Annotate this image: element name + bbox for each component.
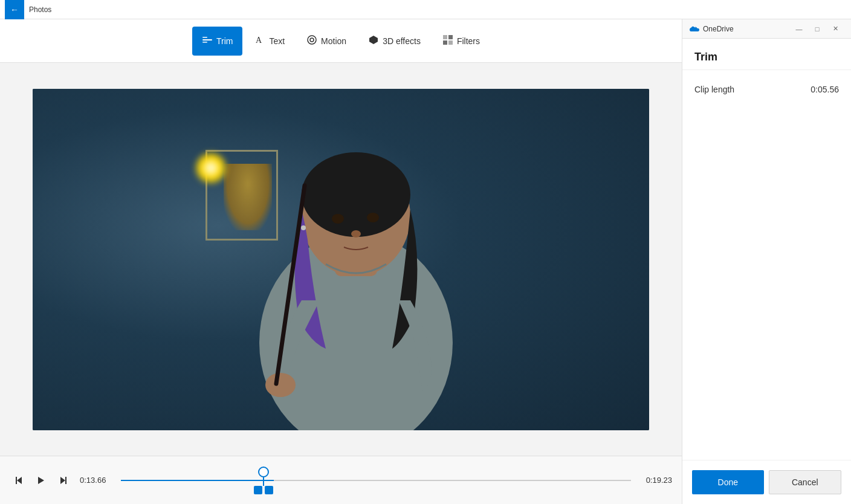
panel-body: Clip length 0:05.56 bbox=[682, 70, 851, 460]
svg-point-18 bbox=[301, 225, 306, 230]
video-container bbox=[0, 63, 682, 456]
svg-point-15 bbox=[332, 214, 344, 224]
right-panel: OneDrive — □ ✕ Trim Clip length 0:05.56 … bbox=[682, 19, 851, 504]
clip-length-value: 0:05.56 bbox=[811, 85, 839, 94]
panel-title: Trim bbox=[682, 39, 851, 70]
video-frame bbox=[33, 89, 649, 430]
window-controls: — □ ✕ bbox=[791, 21, 844, 37]
track-filled bbox=[121, 480, 274, 481]
svg-rect-8 bbox=[448, 35, 453, 39]
svg-rect-9 bbox=[443, 40, 447, 45]
toolbar: Trim A Text Motion bbox=[0, 19, 682, 63]
motion-label: Motion bbox=[321, 36, 346, 46]
timeline-area: 0:13.66 0:19.23 bbox=[0, 456, 682, 504]
person-svg bbox=[205, 89, 507, 430]
title-bar: ← Photos bbox=[0, 0, 851, 19]
svg-rect-22 bbox=[16, 477, 17, 484]
text-icon: A bbox=[254, 34, 265, 48]
svg-rect-1 bbox=[202, 37, 207, 38]
filters-tab[interactable]: Filters bbox=[433, 27, 490, 56]
svg-point-14 bbox=[302, 152, 410, 237]
svg-rect-0 bbox=[202, 39, 212, 40]
clip-length-label: Clip length bbox=[694, 85, 734, 94]
trim-icon bbox=[202, 34, 213, 48]
onedrive-label: OneDrive bbox=[703, 25, 734, 33]
current-time: 0:13.66 bbox=[80, 476, 114, 485]
done-button[interactable]: Done bbox=[692, 470, 764, 494]
trim-label: Trim bbox=[216, 36, 233, 46]
svg-rect-7 bbox=[443, 35, 447, 39]
step-forward-button[interactable] bbox=[53, 471, 73, 490]
back-icon: ← bbox=[10, 5, 19, 15]
trim-square-right bbox=[265, 486, 273, 494]
step-back-button[interactable] bbox=[10, 471, 29, 490]
svg-point-17 bbox=[351, 230, 361, 237]
onedrive-bar: OneDrive — □ ✕ bbox=[682, 19, 851, 39]
svg-rect-2 bbox=[202, 42, 207, 43]
close-button[interactable]: ✕ bbox=[827, 21, 844, 37]
editor-area: Trim A Text Motion bbox=[0, 19, 682, 504]
trim-circle bbox=[258, 467, 269, 477]
playback-controls bbox=[10, 471, 73, 490]
svg-marker-6 bbox=[369, 36, 378, 44]
filters-icon bbox=[442, 34, 453, 48]
3deffects-label: 3D effects bbox=[383, 36, 421, 46]
svg-marker-21 bbox=[17, 477, 22, 484]
svg-point-4 bbox=[308, 36, 316, 44]
end-time: 0:19.23 bbox=[638, 476, 672, 485]
trim-stem bbox=[263, 477, 264, 486]
clip-info-row: Clip length 0:05.56 bbox=[694, 80, 839, 99]
text-label: Text bbox=[269, 36, 285, 46]
svg-point-19 bbox=[265, 373, 296, 397]
main-content: Trim A Text Motion bbox=[0, 19, 851, 504]
trim-base bbox=[254, 486, 273, 494]
trim-tab[interactable]: Trim bbox=[192, 27, 242, 56]
3deffects-tab[interactable]: 3D effects bbox=[358, 27, 430, 56]
svg-marker-23 bbox=[38, 477, 44, 484]
text-tab[interactable]: A Text bbox=[245, 27, 294, 56]
onedrive-icon bbox=[690, 24, 699, 34]
motion-icon bbox=[306, 34, 317, 48]
motion-tab[interactable]: Motion bbox=[297, 27, 356, 56]
svg-rect-25 bbox=[65, 477, 66, 484]
cancel-button[interactable]: Cancel bbox=[769, 470, 842, 494]
play-button[interactable] bbox=[31, 471, 51, 490]
svg-point-5 bbox=[310, 38, 314, 42]
svg-text:A: A bbox=[256, 36, 262, 45]
svg-point-16 bbox=[367, 213, 379, 222]
3deffects-icon bbox=[368, 34, 379, 48]
timeline-track[interactable] bbox=[121, 468, 631, 493]
trim-square-left bbox=[254, 486, 262, 494]
svg-rect-10 bbox=[448, 40, 453, 45]
minimize-button[interactable]: — bbox=[791, 21, 807, 37]
svg-marker-24 bbox=[60, 477, 65, 484]
trim-handle[interactable] bbox=[254, 467, 273, 494]
maximize-button[interactable]: □ bbox=[809, 21, 826, 37]
back-button[interactable]: ← bbox=[5, 0, 24, 19]
app-title: Photos bbox=[29, 5, 51, 14]
panel-footer: Done Cancel bbox=[682, 460, 851, 504]
filters-label: Filters bbox=[457, 36, 480, 46]
